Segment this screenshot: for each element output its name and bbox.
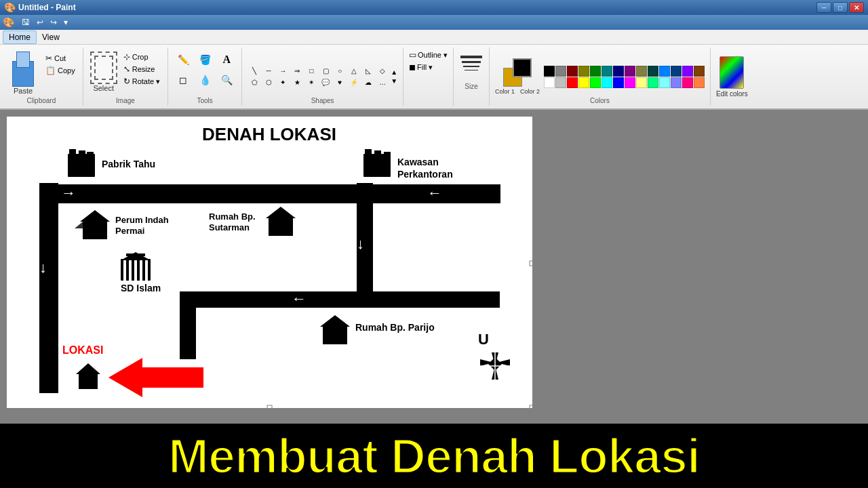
color-navy[interactable] [613, 66, 624, 77]
shape-diagonal[interactable]: ╲ [248, 66, 261, 77]
shape-star4[interactable]: ✦ [276, 77, 290, 88]
fill-button[interactable]: ◼ Fill ▾ [409, 62, 448, 72]
color1-swatch[interactable] [513, 58, 532, 77]
copy-icon: 📋 [45, 66, 56, 75]
color-magenta[interactable] [625, 77, 635, 88]
color-lightyellow[interactable] [636, 77, 647, 88]
color-white[interactable] [544, 77, 555, 88]
color-hotpink[interactable] [682, 77, 693, 88]
color-blue[interactable] [659, 66, 670, 77]
shape-line[interactable]: ─ [262, 66, 275, 77]
pencil-tool[interactable]: ✏️ [174, 50, 193, 69]
rotate-icon: ↻ [123, 77, 130, 86]
undo-quick-btn[interactable]: ↩ [35, 18, 45, 27]
color-darkred[interactable] [567, 66, 578, 77]
color-darkblue[interactable] [671, 66, 682, 77]
shapes-scroll: ▲ ▼ [391, 68, 397, 85]
paste-label: Paste [14, 87, 33, 95]
color-black[interactable] [544, 66, 555, 77]
color-cyan[interactable] [601, 77, 612, 88]
color-lightcyan[interactable] [659, 77, 670, 88]
color-purple[interactable] [625, 66, 635, 77]
color-lime[interactable] [590, 77, 601, 88]
menu-view[interactable]: View [37, 31, 65, 43]
color-violet[interactable] [682, 66, 693, 77]
shape-star6[interactable]: ✶ [304, 77, 318, 88]
qa-dropdown-btn[interactable]: ▾ [62, 18, 70, 27]
color-olive[interactable] [578, 66, 589, 77]
color-lightblue[interactable] [671, 77, 682, 88]
road-vertical-left [39, 183, 58, 393]
shape-ellipse[interactable]: ○ [333, 66, 347, 77]
shape-arrow2[interactable]: ⇒ [290, 66, 304, 77]
close-button[interactable]: ✕ [849, 2, 864, 13]
shape-callout1[interactable]: 💬 [319, 77, 332, 88]
redo-quick-btn[interactable]: ↪ [48, 18, 59, 27]
color-picker-tool[interactable]: 💧 [195, 70, 214, 89]
select-button[interactable]: Select [89, 50, 119, 103]
outline-button[interactable]: ▭ Outline ▾ [409, 50, 448, 60]
color-gray[interactable] [555, 66, 566, 77]
color-silver[interactable] [555, 77, 566, 88]
shape-cloud[interactable]: ☁ [361, 77, 375, 88]
fill-tool[interactable]: 🪣 [195, 50, 214, 69]
color-darkyellow[interactable] [636, 66, 647, 77]
resize-button[interactable]: ⤡ Resize [121, 64, 162, 75]
crop-button[interactable]: ⊹ Crop [121, 52, 162, 62]
shape-heart[interactable]: ♥ [333, 77, 347, 88]
shape-rtriangle[interactable]: ◺ [361, 66, 375, 77]
paste-button[interactable]: Paste [5, 50, 41, 103]
sdislam-col5 [145, 260, 148, 281]
menu-home[interactable]: Home [3, 30, 37, 44]
copy-button[interactable]: 📋 Copy [43, 65, 77, 76]
shape-diamond[interactable]: ◇ [376, 66, 389, 77]
shape-star5[interactable]: ★ [290, 77, 304, 88]
cut-icon: ✂ [45, 54, 52, 63]
color-brown[interactable] [694, 66, 705, 77]
resize-handle-right[interactable] [530, 261, 532, 266]
color-darkteal[interactable] [648, 66, 658, 77]
outline-icon: ▭ [409, 50, 416, 60]
shape-hexa[interactable]: ⬡ [262, 77, 275, 88]
shape-lightning[interactable]: ⚡ [347, 77, 361, 88]
kawasan-icon-chimney3 [384, 152, 391, 156]
shape-roundrect[interactable]: ▢ [319, 66, 332, 77]
color-lightgreen[interactable] [648, 77, 658, 88]
maximize-button[interactable]: □ [833, 2, 848, 13]
image-small-buttons: ⊹ Crop ⤡ Resize ↻ Rotate ▾ [121, 50, 162, 103]
pabrik-icon-base [68, 154, 95, 177]
canvas-area[interactable]: DENAH LOKASI → ← ↓ ↓ ← ← [0, 110, 868, 424]
road-vertical-small [180, 291, 196, 359]
lokasi-label: LOKASI [62, 344, 103, 356]
shape-rect[interactable]: □ [304, 66, 318, 77]
bottom-title-bar: Membuat Denah Lokasi [0, 424, 868, 488]
shape-triangle[interactable]: △ [347, 66, 361, 77]
text-tool[interactable]: A [217, 50, 236, 69]
perum-label2: Permai [115, 226, 144, 236]
resize-handle-bottom[interactable] [267, 405, 272, 408]
minimize-button[interactable]: ─ [816, 2, 831, 13]
pabrik-label: Pabrik Tahu [102, 159, 155, 169]
magnifier-tool[interactable]: 🔍 [217, 70, 236, 89]
tools-group: ✏️ 🪣 A ◻ 💧 🔍 Tools [168, 47, 242, 106]
color-yellow[interactable] [578, 77, 589, 88]
color-orange[interactable] [694, 77, 705, 88]
color-green[interactable] [590, 66, 601, 77]
color-red[interactable] [567, 77, 578, 88]
rotate-button[interactable]: ↻ Rotate ▾ [121, 76, 162, 87]
shapes-scroll-up[interactable]: ▲ [391, 68, 397, 76]
image-group: Select ⊹ Crop ⤡ Resize ↻ Rotate ▾ Image [83, 47, 168, 106]
shape-more[interactable]: … [376, 77, 389, 88]
save-quick-btn[interactable]: 🖫 [20, 18, 32, 27]
crop-icon: ⊹ [123, 52, 130, 62]
size-icon [459, 50, 484, 83]
shape-arrow1[interactable]: → [276, 66, 290, 77]
cut-button[interactable]: ✂ Cut [43, 53, 77, 64]
eraser-tool[interactable]: ◻ [174, 70, 193, 89]
color-teal[interactable] [601, 66, 612, 77]
paint-canvas[interactable]: DENAH LOKASI → ← ↓ ↓ ← ← [7, 117, 532, 408]
shapes-scroll-down[interactable]: ▼ [391, 77, 397, 85]
color-brightblue[interactable] [613, 77, 624, 88]
resize-handle-bottomright[interactable] [530, 405, 532, 408]
shape-penta[interactable]: ⬠ [248, 77, 261, 88]
